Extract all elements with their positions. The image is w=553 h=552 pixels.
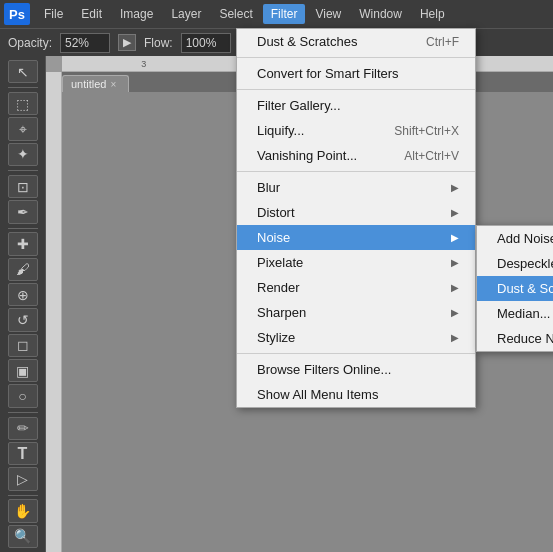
stylize-label: Stylize	[257, 330, 295, 345]
vanishing-point-shortcut: Alt+Ctrl+V	[404, 149, 459, 163]
distort-label: Distort	[257, 205, 295, 220]
brush-tool[interactable]: 🖌	[8, 258, 38, 281]
filter-menu-distort[interactable]: Distort	[237, 200, 475, 225]
flow-label: Flow:	[144, 36, 173, 50]
menu-edit[interactable]: Edit	[73, 4, 110, 24]
path-select-tool[interactable]: ▷	[8, 467, 38, 490]
menu-view[interactable]: View	[307, 4, 349, 24]
menu-image[interactable]: Image	[112, 4, 161, 24]
filter-dust-scratches-shortcut: Ctrl+F	[426, 35, 459, 49]
filter-dropdown-menu: Dust & Scratches Ctrl+F Convert for Smar…	[236, 28, 476, 408]
opacity-label: Opacity:	[8, 36, 52, 50]
doc-tab-close-icon[interactable]: ×	[110, 79, 116, 90]
noise-dust-scratches[interactable]: Dust & Scratches...	[477, 276, 553, 301]
sharpen-label: Sharpen	[257, 305, 306, 320]
healing-brush-tool[interactable]: ✚	[8, 232, 38, 255]
filter-dust-scratches-label: Dust & Scratches	[257, 34, 357, 49]
smart-filters-label: Convert for Smart Filters	[257, 66, 399, 81]
menu-window[interactable]: Window	[351, 4, 410, 24]
type-tool[interactable]: T	[8, 442, 38, 465]
noise-add-noise[interactable]: Add Noise...	[477, 226, 553, 251]
lasso-tool[interactable]: ⌖	[8, 117, 38, 140]
liquify-shortcut: Shift+Ctrl+X	[394, 124, 459, 138]
filter-menu-stylize[interactable]: Stylize	[237, 325, 475, 350]
filter-separator-2	[237, 89, 475, 90]
move-tool[interactable]: ↖	[8, 60, 38, 83]
tool-divider-5	[8, 495, 38, 496]
browse-filters-label: Browse Filters Online...	[257, 362, 391, 377]
opacity-input[interactable]	[60, 33, 110, 53]
tool-divider-4	[8, 412, 38, 413]
tool-divider-2	[8, 170, 38, 171]
filter-menu-pixelate[interactable]: Pixelate	[237, 250, 475, 275]
tool-divider-1	[8, 87, 38, 88]
tool-divider-3	[8, 228, 38, 229]
filter-menu-liquify[interactable]: Liquify... Shift+Ctrl+X	[237, 118, 475, 143]
menu-layer[interactable]: Layer	[163, 4, 209, 24]
filter-menu-sharpen[interactable]: Sharpen	[237, 300, 475, 325]
filter-menu-show-all[interactable]: Show All Menu Items	[237, 382, 475, 407]
toolbar: ↖ ⬚ ⌖ ✦ ⊡ ✒ ✚ 🖌 ⊕ ↺ ◻ ▣ ○ ✏ T ▷ ✋ 🔍	[0, 56, 46, 552]
render-label: Render	[257, 280, 300, 295]
filter-separator-1	[237, 57, 475, 58]
doc-tab-label: untitled	[71, 78, 106, 90]
quick-select-tool[interactable]: ✦	[8, 143, 38, 166]
filter-menu-vanishing-point[interactable]: Vanishing Point... Alt+Ctrl+V	[237, 143, 475, 168]
filter-menu-smart-filters[interactable]: Convert for Smart Filters	[237, 61, 475, 86]
hand-tool[interactable]: ✋	[8, 499, 38, 522]
noise-label: Noise	[257, 230, 290, 245]
document-tab[interactable]: untitled ×	[62, 75, 129, 92]
filter-menu-render[interactable]: Render	[237, 275, 475, 300]
eyedropper-tool[interactable]: ✒	[8, 200, 38, 223]
menu-help[interactable]: Help	[412, 4, 453, 24]
filter-separator-3	[237, 171, 475, 172]
noise-median[interactable]: Median...	[477, 301, 553, 326]
filter-gallery-label: Filter Gallery...	[257, 98, 341, 113]
filter-menu-browse-filters[interactable]: Browse Filters Online...	[237, 357, 475, 382]
ps-logo: Ps	[4, 3, 30, 25]
filter-menu-filter-gallery[interactable]: Filter Gallery...	[237, 93, 475, 118]
pixelate-label: Pixelate	[257, 255, 303, 270]
gradient-tool[interactable]: ▣	[8, 359, 38, 382]
pen-tool[interactable]: ✏	[8, 417, 38, 440]
blur-label: Blur	[257, 180, 280, 195]
history-brush-tool[interactable]: ↺	[8, 308, 38, 331]
ruler-side	[46, 72, 62, 552]
noise-submenu: Add Noise... Despeckle Dust & Scratches.…	[476, 225, 553, 352]
marquee-tool[interactable]: ⬚	[8, 92, 38, 115]
flow-input[interactable]	[181, 33, 231, 53]
eraser-tool[interactable]: ◻	[8, 334, 38, 357]
ruler-mark-3: 3	[62, 59, 226, 69]
crop-tool[interactable]: ⊡	[8, 175, 38, 198]
clone-stamp-tool[interactable]: ⊕	[8, 283, 38, 306]
opacity-expand-btn[interactable]: ▶	[118, 34, 136, 51]
noise-reduce-noise[interactable]: Reduce Noise...	[477, 326, 553, 351]
filter-menu-noise[interactable]: Noise	[237, 225, 475, 250]
vanishing-point-label: Vanishing Point...	[257, 148, 357, 163]
filter-menu-dust-scratches-shortcut[interactable]: Dust & Scratches Ctrl+F	[237, 29, 475, 54]
zoom-tool[interactable]: 🔍	[8, 525, 38, 548]
filter-separator-4	[237, 353, 475, 354]
filter-menu-blur[interactable]: Blur	[237, 175, 475, 200]
dodge-tool[interactable]: ○	[8, 384, 38, 407]
menu-filter[interactable]: Filter	[263, 4, 306, 24]
menu-select[interactable]: Select	[211, 4, 260, 24]
menu-bar: Ps File Edit Image Layer Select Filter V…	[0, 0, 553, 28]
liquify-label: Liquify...	[257, 123, 304, 138]
show-all-label: Show All Menu Items	[257, 387, 378, 402]
menu-file[interactable]: File	[36, 4, 71, 24]
noise-despeckle[interactable]: Despeckle	[477, 251, 553, 276]
